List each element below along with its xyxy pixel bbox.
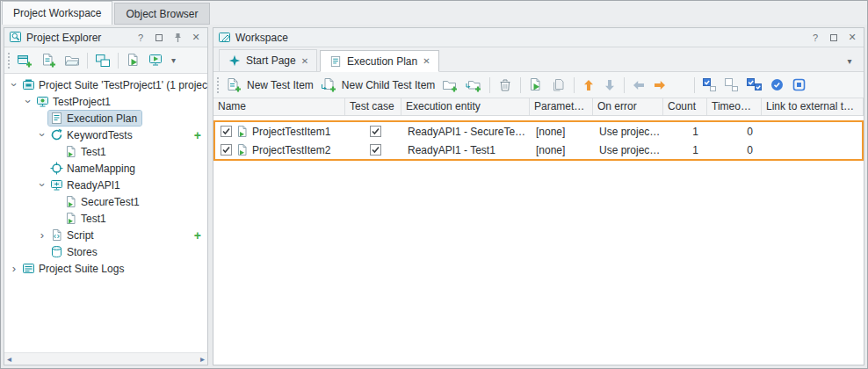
new-child-folder-icon xyxy=(466,77,482,93)
toolbar-separator xyxy=(624,77,625,93)
workspace-panel: Workspace ? ✕ Start Page ✕ Execut xyxy=(213,27,864,365)
new-project-suite-button[interactable] xyxy=(14,49,36,72)
scroll-right-icon[interactable]: ▸ xyxy=(200,355,205,364)
help-button[interactable]: ? xyxy=(808,31,822,45)
maximize-button[interactable] xyxy=(152,31,166,45)
tab-project-workspace[interactable]: Project Workspace xyxy=(2,1,112,25)
radio-check-button[interactable] xyxy=(767,74,787,97)
tree-item-project-suite-logs[interactable]: ›Project Suite Logs xyxy=(4,260,207,277)
new-folder-icon xyxy=(442,77,459,93)
project-explorer-icon xyxy=(9,31,22,44)
tree-item-label: Execution Plan xyxy=(67,112,137,125)
tree-item-test1[interactable]: Test1 xyxy=(4,210,207,227)
column-header-count[interactable]: Count xyxy=(663,98,707,115)
new-test-item-button[interactable]: New Test Item xyxy=(223,74,316,97)
pin-icon[interactable] xyxy=(170,31,184,45)
open-project-button[interactable] xyxy=(61,49,83,72)
move-right-button[interactable] xyxy=(650,74,669,97)
project-icon xyxy=(36,95,49,108)
tree-item-keywordtests[interactable]: ›KeywordTests+ xyxy=(4,127,207,143)
tree-item-project-suite-testproject1-1-project[interactable]: ›Project Suite 'TestProject1' (1 project… xyxy=(4,76,207,93)
run-test-button[interactable] xyxy=(123,49,144,72)
maximize-button[interactable] xyxy=(827,31,841,45)
test-icon xyxy=(64,212,77,225)
check-all-icon xyxy=(702,77,717,92)
execution-entity-cell: ReadyAPI1 - Test1 xyxy=(403,144,532,156)
row-enabled-checkbox[interactable] xyxy=(221,144,232,156)
toolbar-grip[interactable] xyxy=(216,76,221,94)
tab-start-page[interactable]: Start Page ✕ xyxy=(219,49,317,71)
toolbar-separator xyxy=(694,77,695,93)
close-icon[interactable]: ✕ xyxy=(301,56,308,66)
check-all-button[interactable] xyxy=(699,74,720,97)
stores-icon xyxy=(50,245,63,258)
new-project-button[interactable] xyxy=(38,49,60,72)
tab-object-browser[interactable]: Object Browser xyxy=(114,3,209,25)
test-case-cell xyxy=(347,126,403,137)
tree-item-testproject1[interactable]: ›TestProject1 xyxy=(4,93,207,110)
execution-plan-icon xyxy=(329,54,342,68)
new-group-button[interactable] xyxy=(439,74,461,97)
delete-item-button[interactable] xyxy=(495,74,516,97)
toolbar-dropdown-button[interactable]: ▾ xyxy=(169,49,178,72)
uncheck-all-button[interactable] xyxy=(721,74,741,97)
column-header-name[interactable]: Name xyxy=(213,98,345,115)
tree-item-securetest1[interactable]: SecureTest1 xyxy=(4,193,207,210)
tree-item-namemapping[interactable]: NameMapping xyxy=(4,160,207,177)
column-header-timeout[interactable]: Timeout, ... xyxy=(707,98,762,115)
connected-windows-icon xyxy=(95,53,111,69)
tree-item-stores[interactable]: Stores xyxy=(4,243,207,260)
toolbar-grip[interactable] xyxy=(7,52,11,69)
move-up-button[interactable] xyxy=(579,74,598,97)
name-cell: ProjectTestItem1 xyxy=(215,125,347,138)
view-report-button[interactable] xyxy=(548,74,569,97)
project-suite-icon xyxy=(22,78,35,91)
chevron-down-icon[interactable]: › xyxy=(9,79,20,91)
tree-item-execution-plan[interactable]: Execution Plan xyxy=(4,110,207,127)
row-enabled-checkbox[interactable] xyxy=(221,126,232,137)
tree-item-test1[interactable]: Test1 xyxy=(4,143,207,160)
column-header-parameters[interactable]: Parameters xyxy=(530,98,593,115)
column-header-link-to-external-tes[interactable]: Link to external tes... xyxy=(762,98,864,115)
table-row[interactable]: ProjectTestItem1ReadyAPI1 - SecureTest1[… xyxy=(215,122,862,141)
checkbox-frame-button[interactable] xyxy=(789,74,809,97)
execution-plan-toolbar: New Test Item New Child Test Item xyxy=(213,72,864,98)
tree-node-body: Test1 xyxy=(62,211,111,226)
add-item-button[interactable]: + xyxy=(194,229,201,242)
move-left-button[interactable] xyxy=(629,74,648,97)
run-selected-button[interactable] xyxy=(525,74,546,97)
tab-execution-plan[interactable]: Execution Plan ✕ xyxy=(320,50,438,72)
tree-item-label: KeywordTests xyxy=(67,129,133,141)
chevron-right-icon[interactable]: › xyxy=(8,263,20,274)
tree-item-readyapi1[interactable]: ›ReadyAPI1 xyxy=(4,177,207,193)
chevron-down-icon[interactable]: › xyxy=(37,179,48,192)
column-header-test-case[interactable]: Test case xyxy=(345,98,401,115)
connected-applications-button[interactable] xyxy=(92,49,113,72)
check-children-button[interactable] xyxy=(743,74,765,97)
tab-list-dropdown[interactable]: ▾ xyxy=(843,54,857,68)
test-case-checkbox[interactable] xyxy=(370,144,381,156)
new-child-group-button[interactable] xyxy=(463,74,485,97)
scroll-left-icon[interactable]: ◂ xyxy=(7,355,11,364)
tree-item-label: NameMapping xyxy=(67,163,135,175)
column-header-execution-entity[interactable]: Execution entity xyxy=(401,98,530,115)
chevron-right-icon[interactable]: › xyxy=(36,229,48,241)
chevron-down-icon[interactable]: › xyxy=(23,96,34,108)
chevron-down-icon[interactable]: › xyxy=(37,129,48,141)
test-item-icon xyxy=(235,143,249,156)
close-icon[interactable]: ✕ xyxy=(423,56,430,66)
new-child-test-item-button[interactable]: New Child Test Item xyxy=(318,74,438,97)
add-item-button[interactable]: + xyxy=(194,129,201,141)
help-button[interactable]: ? xyxy=(134,31,148,45)
run-project-suite-button[interactable] xyxy=(146,49,167,72)
move-down-button[interactable] xyxy=(600,74,619,97)
horizontal-scrollbar[interactable]: ◂ ▸ xyxy=(4,352,207,365)
table-row[interactable]: ProjectTestItem2ReadyAPI1 - Test1[none]U… xyxy=(215,141,862,159)
tree-item-script[interactable]: ›Script+ xyxy=(4,227,207,243)
new-test-item-icon xyxy=(226,77,242,93)
close-button[interactable]: ✕ xyxy=(845,31,859,45)
close-button[interactable]: ✕ xyxy=(189,31,203,45)
test-case-checkbox[interactable] xyxy=(370,126,381,137)
column-header-on-error[interactable]: On error xyxy=(593,98,663,115)
toolbar-separator xyxy=(118,53,119,69)
